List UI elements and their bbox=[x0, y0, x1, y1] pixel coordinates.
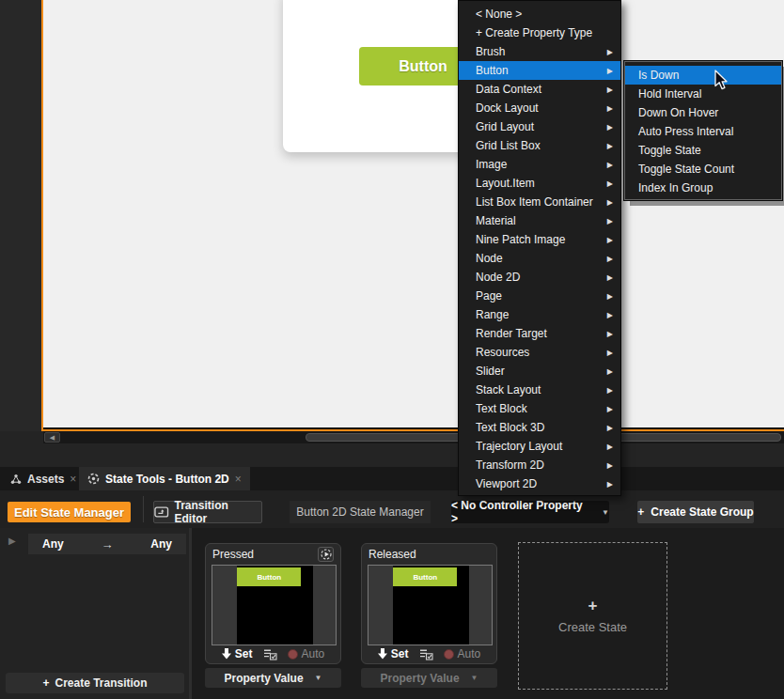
submenu-item[interactable]: Index In Group bbox=[625, 179, 781, 197]
set-state-button[interactable]: Set bbox=[222, 647, 253, 660]
menu-item[interactable]: Render Target ▶ bbox=[459, 324, 620, 343]
edit-properties-icon[interactable] bbox=[419, 648, 433, 660]
property-value-label: Property Value bbox=[381, 672, 460, 685]
menu-item[interactable]: Grid List Box ▶ bbox=[459, 136, 620, 155]
property-value-dropdown[interactable]: Property Value ▼ bbox=[205, 668, 341, 688]
submenu-arrow-icon: ▶ bbox=[607, 349, 613, 357]
menu-item[interactable]: Trajectory Layout ▶ bbox=[459, 437, 620, 456]
thumbnail-background: Button bbox=[237, 566, 313, 645]
state-card[interactable]: Released Button bbox=[361, 543, 497, 664]
menu-item[interactable]: Page ▶ bbox=[459, 287, 620, 305]
menu-item[interactable]: Image ▶ bbox=[459, 155, 620, 174]
create-transition-button[interactable]: + Create Transition bbox=[6, 673, 184, 693]
plus-icon: + bbox=[588, 598, 598, 614]
submenu-arrow-icon: ▶ bbox=[607, 255, 613, 263]
menu-item[interactable]: List Box Item Container ▶ bbox=[459, 193, 620, 211]
submenu-item-label: Down On Hover bbox=[638, 106, 718, 119]
set-state-button[interactable]: Set bbox=[378, 647, 409, 660]
state-item: Pressed Button bbox=[205, 543, 341, 688]
submenu-item[interactable]: Is Down bbox=[625, 66, 781, 85]
property-value-dropdown[interactable]: Property Value ▼ bbox=[361, 668, 497, 688]
submenu-arrow-icon: ▶ bbox=[607, 480, 613, 489]
auto-label: Auto bbox=[458, 647, 481, 660]
state-manager-name[interactable]: Button 2D State Manager bbox=[290, 501, 431, 523]
submenu-item[interactable]: Toggle State Count bbox=[625, 160, 781, 179]
menu-item[interactable]: Stack Layout ▶ bbox=[459, 381, 620, 399]
expander-triangle-icon[interactable]: ▶ bbox=[8, 536, 16, 546]
auto-record-toggle[interactable]: Auto bbox=[288, 647, 325, 660]
create-transition-label: Create Transition bbox=[55, 676, 147, 690]
transition-editor-button[interactable]: Transition Editor bbox=[153, 501, 262, 523]
submenu-item[interactable]: Auto Press Interval bbox=[625, 122, 781, 141]
mouse-cursor-icon bbox=[714, 70, 729, 91]
menu-item[interactable]: Nine Patch Image ▶ bbox=[459, 230, 620, 249]
menu-item[interactable]: Material ▶ bbox=[459, 211, 620, 230]
state-thumbnail[interactable]: Button bbox=[368, 565, 493, 645]
menu-item-label: Page bbox=[476, 289, 502, 303]
menu-item-label: Stack Layout bbox=[476, 383, 541, 396]
panel-tab-bar: Assets × State Tools - Button 2D × bbox=[0, 467, 784, 490]
menu-item[interactable]: Text Block 3D ▶ bbox=[459, 418, 620, 437]
edit-properties-icon[interactable] bbox=[263, 648, 277, 660]
menu-item[interactable]: Grid Layout ▶ bbox=[459, 117, 620, 136]
scroll-left-button[interactable]: ◀ bbox=[44, 432, 60, 443]
create-state-group-button[interactable]: + Create State Group bbox=[637, 501, 754, 523]
transition-from: Any bbox=[42, 537, 64, 551]
horizontal-scrollbar[interactable]: ◀ bbox=[43, 431, 784, 443]
menu-item[interactable]: < None > ▶ bbox=[459, 5, 620, 23]
menu-item[interactable]: Dock Layout ▶ bbox=[459, 99, 620, 117]
auto-record-toggle[interactable]: Auto bbox=[444, 647, 481, 660]
submenu-arrow-icon: ▶ bbox=[607, 273, 613, 282]
tab-assets[interactable]: Assets × bbox=[2, 467, 85, 490]
menu-item[interactable]: + Create Property Type ▶ bbox=[459, 23, 620, 42]
record-dot-icon bbox=[288, 649, 298, 660]
chevron-down-icon: ▼ bbox=[471, 674, 478, 682]
menu-item-label: Node 2D bbox=[476, 271, 520, 284]
tab-state-tools[interactable]: State Tools - Button 2D × bbox=[79, 467, 250, 490]
submenu-item[interactable]: Down On Hover bbox=[625, 103, 781, 122]
menu-item[interactable]: Slider ▶ bbox=[459, 362, 620, 381]
menu-item[interactable]: Text Block ▶ bbox=[459, 399, 620, 418]
submenu-arrow-icon: ▶ bbox=[607, 405, 613, 413]
menu-item[interactable]: Node 2D ▶ bbox=[459, 268, 620, 287]
preview-state-button[interactable] bbox=[318, 547, 334, 562]
toolbar-separator bbox=[143, 496, 144, 522]
close-icon[interactable]: × bbox=[70, 473, 76, 486]
state-tools-icon bbox=[87, 473, 100, 485]
submenu-item[interactable]: Hold Interval bbox=[625, 85, 781, 103]
chevron-down-icon: ▼ bbox=[315, 674, 322, 682]
submenu-arrow-icon: ▶ bbox=[607, 104, 613, 113]
menu-item[interactable]: Data Context ▶ bbox=[459, 80, 620, 99]
menu-item[interactable]: Viewport 2D ▶ bbox=[459, 474, 620, 493]
menu-item-label: Viewport 2D bbox=[476, 477, 537, 490]
menu-item[interactable]: Layout.Item ▶ bbox=[459, 174, 620, 193]
panel-splitter[interactable] bbox=[189, 528, 192, 699]
submenu-item-label: Toggle State Count bbox=[638, 163, 734, 176]
submenu-item[interactable]: Toggle State bbox=[625, 141, 781, 160]
menu-item[interactable]: Range ▶ bbox=[459, 305, 620, 324]
menu-item[interactable]: Node ▶ bbox=[459, 249, 620, 268]
state-card-footer: Set Auto bbox=[362, 644, 496, 664]
edit-state-manager-button[interactable]: Edit State Manager bbox=[8, 502, 131, 522]
transition-any-any-row[interactable]: Any → Any bbox=[28, 534, 186, 554]
menu-item-label: Resources bbox=[476, 346, 529, 359]
menu-item[interactable]: Button ▶ bbox=[459, 61, 620, 80]
menu-item-label: < None > bbox=[476, 8, 522, 21]
state-thumbnail[interactable]: Button bbox=[212, 565, 337, 645]
state-card[interactable]: Pressed Button bbox=[205, 543, 341, 664]
thumbnail-background: Button bbox=[393, 566, 469, 645]
menu-item[interactable]: Resources ▶ bbox=[459, 343, 620, 362]
down-arrow-icon bbox=[222, 648, 231, 660]
menu-item-label: Trajectory Layout bbox=[476, 440, 562, 453]
menu-item-label: Nine Patch Image bbox=[476, 233, 565, 246]
menu-item[interactable]: Brush ▶ bbox=[459, 42, 620, 61]
menu-item-label: Text Block 3D bbox=[476, 421, 544, 434]
close-icon[interactable]: × bbox=[235, 473, 242, 486]
menu-item-label: Grid List Box bbox=[476, 139, 541, 152]
create-state-button[interactable]: + Create State bbox=[518, 542, 667, 690]
menu-item[interactable]: Transform 2D ▶ bbox=[459, 456, 620, 474]
submenu-arrow-icon: ▶ bbox=[607, 161, 613, 169]
controller-property-dropdown[interactable]: < No Controller Property > ▼ bbox=[451, 501, 609, 523]
left-arrow-icon: ◀ bbox=[50, 434, 55, 442]
submenu-arrow-icon: ▶ bbox=[607, 236, 613, 244]
